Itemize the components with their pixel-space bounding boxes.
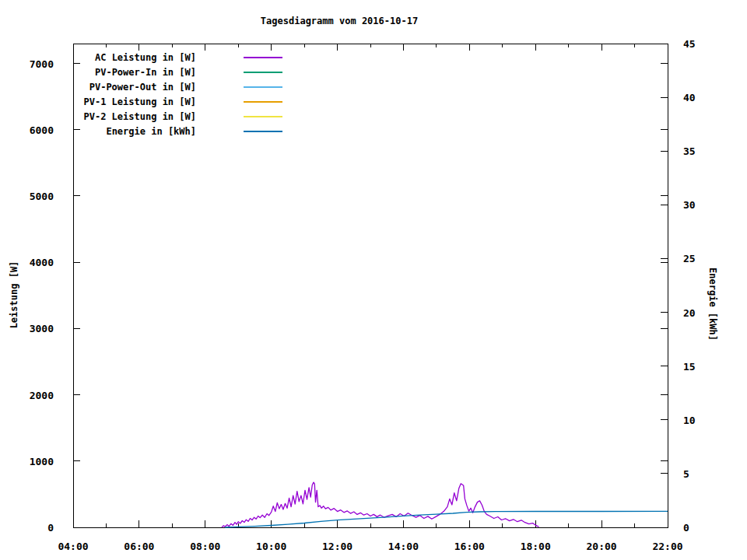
chart-canvas: 04:0006:0008:0010:0012:0014:0016:0018:00…: [0, 0, 747, 560]
y-right-tick-label: 35: [683, 145, 696, 157]
y-left-tick-label: 7000: [30, 58, 54, 70]
y-axis-right-label: Energie [kWh]: [707, 242, 718, 366]
y-right-tick-label: 10: [683, 415, 696, 426]
y-right-tick-label: 25: [683, 253, 696, 264]
y-right-tick-label: 30: [683, 199, 696, 211]
x-tick-label: 12:00: [322, 541, 352, 552]
legend-label: PV-Power-Out in [W]: [89, 82, 196, 93]
y-left-tick-label: 1000: [30, 456, 54, 467]
x-tick-label: 16:00: [454, 541, 485, 552]
y-axis-left-label: Leistung [W]: [9, 233, 19, 357]
x-tick-label: 04:00: [58, 541, 88, 552]
y-right-tick-label: 0: [683, 522, 689, 534]
x-tick-label: 18:00: [521, 541, 551, 552]
legend-label: AC Leistung in [W]: [95, 52, 196, 63]
x-tick-label: 08:00: [190, 541, 220, 552]
y-right-tick-label: 5: [683, 468, 689, 480]
x-tick-label: 10:00: [256, 541, 286, 552]
y-left-tick-label: 3000: [30, 323, 54, 334]
y-right-tick-label: 15: [683, 361, 696, 373]
x-tick-label: 20:00: [587, 541, 617, 552]
x-tick-label: 14:00: [388, 541, 419, 552]
legend-label: PV-2 Leistung in [W]: [84, 111, 197, 122]
y-left-tick-label: 0: [47, 522, 54, 534]
y-right-tick-label: 40: [683, 92, 696, 103]
tagesdiagramm-chart: Tagesdiagramm vom 2016-10-17 Leistung [W…: [0, 0, 747, 560]
legend-label: PV-1 Leistung in [W]: [84, 96, 197, 107]
x-tick-label: 22:00: [652, 541, 682, 552]
y-left-tick-label: 6000: [30, 124, 54, 136]
series-line: [222, 482, 539, 527]
y-left-tick-label: 4000: [30, 257, 54, 268]
legend-label: PV-Power-In in [W]: [95, 67, 196, 78]
chart-title: Tagesdiagramm vom 2016-10-17: [0, 16, 679, 26]
y-right-tick-label: 20: [683, 307, 696, 319]
x-tick-label: 06:00: [124, 541, 154, 552]
y-left-tick-label: 5000: [30, 191, 54, 202]
y-left-tick-label: 2000: [30, 390, 54, 401]
y-right-tick-label: 45: [683, 38, 696, 50]
legend-label: Energie in [kWh]: [106, 126, 196, 137]
